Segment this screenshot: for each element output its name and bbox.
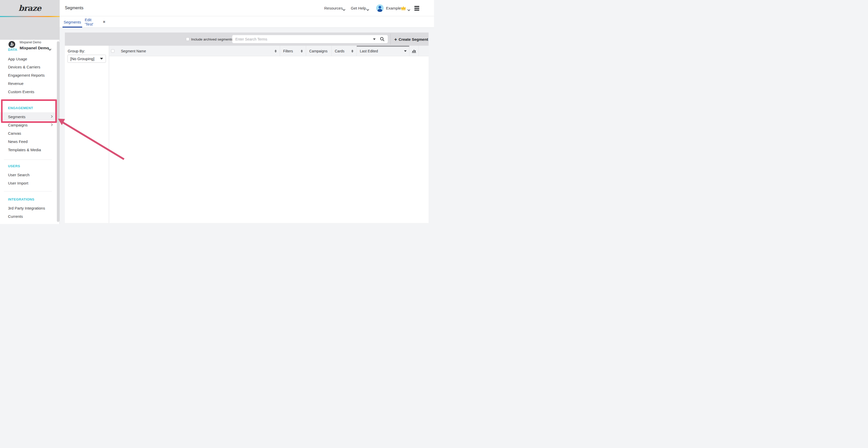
content-area: Include archived segments + Create Segme…: [60, 28, 434, 224]
workspace-app-icon: b: [8, 40, 16, 48]
column-campaigns-label: Campaigns: [306, 49, 332, 53]
sidebar-item-segments[interactable]: Segments: [8, 114, 26, 119]
chevron-down-icon: [366, 7, 369, 12]
chevron-down-icon[interactable]: [48, 47, 52, 51]
sidebar-section-engagement: ENGAGEMENT: [8, 106, 33, 110]
column-last-edited[interactable]: Last Edited: [356, 46, 409, 56]
sidebar-section-users: USERS: [8, 164, 20, 168]
main-area: Segments Resources Get Help Example: [60, 0, 434, 224]
column-last-edited-label: Last Edited: [357, 49, 404, 53]
hamburger-menu-icon[interactable]: [414, 6, 419, 11]
sidebar-divider: [4, 160, 52, 160]
user-avatar[interactable]: [376, 4, 383, 12]
include-archived-checkbox[interactable]: [186, 37, 189, 41]
user-name[interactable]: Example: [386, 6, 401, 10]
tab-bar: Segments Edit 'Test' ✖: [60, 16, 434, 28]
column-filters-label: Filters: [280, 49, 301, 53]
chevron-down-icon: [343, 7, 345, 12]
sidebar-item-devices-carriers[interactable]: Devices & Carriers: [8, 65, 40, 69]
create-segment-label: Create Segment: [399, 37, 428, 41]
dropdown-caret-icon: [100, 58, 103, 60]
search-box: [232, 35, 388, 43]
search-icon[interactable]: [380, 37, 384, 42]
sort-icon[interactable]: [275, 50, 277, 53]
table-body-empty: [109, 56, 429, 223]
toolbar-divider: [390, 34, 391, 45]
sidebar-item-app-usage[interactable]: App Usage: [8, 57, 27, 61]
include-archived-label: Include archived segments: [191, 37, 233, 41]
chevron-down-icon[interactable]: [407, 7, 410, 12]
sidebar-item-revenue[interactable]: Revenue: [8, 81, 24, 86]
group-by-panel: Group By: [No Grouping]: [65, 46, 109, 223]
column-analytics[interactable]: [409, 46, 418, 56]
tab-segments[interactable]: Segments: [63, 16, 82, 28]
segments-table: Segment Name Filters Campaigns Cards Las: [109, 46, 429, 223]
column-segment-name-label: Segment Name: [118, 49, 275, 53]
sidebar-item-currents[interactable]: Currents: [8, 214, 23, 218]
close-icon[interactable]: ✖: [103, 20, 105, 24]
app-group-name: Mixpanel Demo: [20, 40, 41, 44]
sidebar-item-campaigns[interactable]: Campaigns: [8, 123, 28, 127]
group-by-label: Group By:: [68, 49, 85, 53]
sidebar-item-user-import[interactable]: User Import: [8, 181, 28, 185]
tab-edit-test[interactable]: Edit 'Test' ✖: [85, 16, 105, 28]
sidebar: braze b Mixpanel Demo Mixpanel Demo DATA…: [0, 0, 60, 224]
sidebar-divider: [4, 191, 52, 192]
brand-header: braze: [0, 0, 60, 16]
segments-toolbar: Include archived segments + Create Segme…: [65, 33, 429, 46]
sidebar-item-3rd-party-integrations[interactable]: 3rd Party Integrations: [8, 206, 45, 210]
column-cards[interactable]: Cards: [332, 46, 356, 56]
column-campaigns[interactable]: Campaigns: [306, 46, 332, 56]
select-all-checkbox[interactable]: [111, 49, 115, 53]
search-input[interactable]: [232, 35, 369, 43]
sort-icon[interactable]: [301, 50, 303, 53]
create-segment-button[interactable]: + Create Segment: [394, 37, 428, 41]
top-bar: Segments Resources Get Help Example: [60, 0, 434, 16]
crown-icon: [401, 6, 406, 11]
column-segment-name[interactable]: Segment Name: [118, 46, 280, 56]
sort-desc-icon[interactable]: [404, 50, 407, 52]
sidebar-item-engagement-reports[interactable]: Engagement Reports: [8, 73, 45, 77]
column-cards-label: Cards: [332, 49, 351, 53]
group-by-selected-value: [No Grouping]: [68, 57, 100, 61]
tab-segments-label: Segments: [64, 20, 81, 24]
sidebar-section-integrations: INTEGRATIONS: [8, 198, 34, 201]
plus-icon: +: [394, 37, 397, 41]
sort-icon[interactable]: [351, 50, 353, 53]
header-checkbox-cell: [109, 46, 118, 56]
bar-chart-icon: [412, 49, 416, 53]
get-help-menu[interactable]: Get Help: [351, 6, 366, 10]
sidebar-section-data: DATA: [8, 48, 17, 51]
column-filters[interactable]: Filters: [280, 46, 306, 56]
tab-edit-test-label: Edit 'Test': [85, 18, 101, 26]
braze-logo: braze: [19, 4, 41, 13]
chevron-right-icon: [51, 114, 53, 119]
workspace-switcher[interactable]: b Mixpanel Demo Mixpanel Demo: [0, 17, 60, 40]
column-spacer: [418, 46, 429, 56]
chevron-right-icon: [51, 123, 53, 127]
sidebar-scrollbar-thumb[interactable]: [57, 41, 59, 222]
sidebar-item-custom-events[interactable]: Custom Events: [8, 90, 34, 94]
sidebar-item-canvas[interactable]: Canvas: [8, 131, 21, 136]
search-dropdown-caret-icon[interactable]: [373, 38, 376, 40]
active-sort-indicator: [357, 46, 409, 47]
sidebar-item-user-search[interactable]: User Search: [8, 173, 29, 177]
workspace-name: Mixpanel Demo: [20, 46, 49, 50]
page-title: Segments: [65, 6, 84, 10]
braze-b-icon: b: [8, 41, 15, 48]
sidebar-item-templates-media[interactable]: Templates & Media: [8, 148, 41, 152]
sidebar-item-news-feed[interactable]: News Feed: [8, 139, 28, 144]
resources-menu[interactable]: Resources: [324, 6, 343, 10]
table-header-row: Segment Name Filters Campaigns Cards Las: [109, 46, 429, 56]
group-by-dropdown[interactable]: [No Grouping]: [67, 55, 106, 63]
